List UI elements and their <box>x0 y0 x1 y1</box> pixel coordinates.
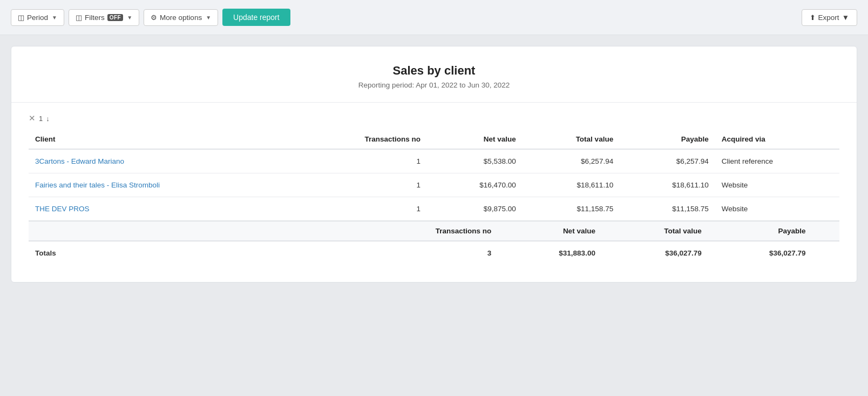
toolbar-left: ◫ Period ▼ ◫ Filters OFF ▼ ⚙ More option… <box>11 9 796 26</box>
update-report-label: Update report <box>233 13 280 22</box>
col-net-value: Net value <box>427 130 523 149</box>
filters-chevron-icon: ▼ <box>127 15 132 21</box>
export-icon: ⬆ <box>810 14 816 22</box>
period-button[interactable]: ◫ Period ▼ <box>11 9 64 26</box>
period-chevron-icon: ▼ <box>52 15 57 21</box>
main-content: Sales by client Reporting period: Apr 01… <box>0 35 868 396</box>
table-row: Fairies and their tales - Elisa Strombol… <box>29 173 839 197</box>
cell-transactions: 1 <box>294 149 427 173</box>
toolbar: ◫ Period ▼ ◫ Filters OFF ▼ ⚙ More option… <box>0 0 868 35</box>
cell-total-value: $18,611.10 <box>523 173 620 197</box>
cell-net-value: $9,875.00 <box>427 197 523 221</box>
export-chevron-icon: ▼ <box>842 14 849 22</box>
table-row: THE DEV PROS 1 $9,875.00 $11,158.75 $11,… <box>29 197 839 221</box>
gear-icon: ⚙ <box>151 14 157 22</box>
cell-payable: $11,158.75 <box>620 197 715 221</box>
summary-table: Transactions no Net value Total value Pa… <box>29 220 839 265</box>
col-total-value: Total value <box>523 130 620 149</box>
report-title: Sales by client <box>33 64 835 78</box>
summary-col-transactions: Transactions no <box>353 221 498 241</box>
summary-col-total: Total value <box>602 221 708 241</box>
summary-col-payable: Payable <box>708 221 812 241</box>
cell-transactions: 1 <box>294 173 427 197</box>
sort-count: 1 <box>39 115 43 123</box>
summary-col-empty <box>29 221 353 241</box>
col-transactions: Transactions no <box>294 130 427 149</box>
totals-label: Totals <box>29 241 353 265</box>
table-header-row: Client Transactions no Net value Total v… <box>29 130 839 149</box>
cell-transactions: 1 <box>294 197 427 221</box>
filters-off-badge: OFF <box>107 14 124 21</box>
cell-payable: $18,611.10 <box>620 173 715 197</box>
cell-total-value: $6,257.94 <box>523 149 620 173</box>
cell-acquired: Client reference <box>715 149 839 173</box>
clear-sort-icon[interactable]: ✕ <box>29 113 36 123</box>
filters-label: Filters <box>85 14 105 22</box>
toolbar-right: ⬆ Export ▼ <box>802 9 857 26</box>
col-acquired: Acquired via <box>715 130 839 149</box>
client-link[interactable]: THE DEV PROS <box>35 205 90 213</box>
report-body: ✕ 1 ↓ Client Transactions no Net value T… <box>11 103 857 282</box>
cell-acquired: Website <box>715 173 839 197</box>
sort-direction-icon[interactable]: ↓ <box>46 115 50 123</box>
cell-client: Fairies and their tales - Elisa Strombol… <box>29 173 294 197</box>
cell-total-value: $11,158.75 <box>523 197 620 221</box>
period-label: Period <box>27 14 48 22</box>
totals-acquired-empty <box>812 241 839 265</box>
cell-client: 3Cartons - Edward Mariano <box>29 149 294 173</box>
cell-acquired: Website <box>715 197 839 221</box>
summary-header-row: Transactions no Net value Total value Pa… <box>29 221 839 241</box>
sort-controls: ✕ 1 ↓ <box>29 113 839 123</box>
client-link[interactable]: 3Cartons - Edward Mariano <box>35 157 124 165</box>
summary-col-acquired-empty <box>812 221 839 241</box>
cell-payable: $6,257.94 <box>620 149 715 173</box>
report-period: Reporting period: Apr 01, 2022 to Jun 30… <box>33 81 835 89</box>
summary-col-net: Net value <box>498 221 602 241</box>
export-button[interactable]: ⬆ Export ▼ <box>802 9 857 26</box>
totals-net-value: $31,883.00 <box>498 241 602 265</box>
cell-net-value: $16,470.00 <box>427 173 523 197</box>
col-payable: Payable <box>620 130 715 149</box>
more-options-button[interactable]: ⚙ More options ▼ <box>144 9 218 26</box>
update-report-button[interactable]: Update report <box>222 9 290 26</box>
calendar-icon: ◫ <box>18 14 24 22</box>
totals-total-value: $36,027.79 <box>602 241 708 265</box>
report-header: Sales by client Reporting period: Apr 01… <box>11 46 857 103</box>
table-body: 3Cartons - Edward Mariano 1 $5,538.00 $6… <box>29 149 839 220</box>
totals-transactions: 3 <box>353 241 498 265</box>
cell-client: THE DEV PROS <box>29 197 294 221</box>
more-options-chevron-icon: ▼ <box>206 15 211 21</box>
filter-icon: ◫ <box>76 14 82 22</box>
totals-payable: $36,027.79 <box>708 241 812 265</box>
totals-row: Totals 3 $31,883.00 $36,027.79 $36,027.7… <box>29 241 839 265</box>
more-options-label: More options <box>160 14 202 22</box>
table-row: 3Cartons - Edward Mariano 1 $5,538.00 $6… <box>29 149 839 173</box>
client-link[interactable]: Fairies and their tales - Elisa Strombol… <box>35 181 160 189</box>
filters-button[interactable]: ◫ Filters OFF ▼ <box>69 9 139 26</box>
report-card: Sales by client Reporting period: Apr 01… <box>11 46 857 283</box>
col-client: Client <box>29 130 294 149</box>
export-label: Export <box>818 14 839 22</box>
cell-net-value: $5,538.00 <box>427 149 523 173</box>
report-table: Client Transactions no Net value Total v… <box>29 130 839 220</box>
